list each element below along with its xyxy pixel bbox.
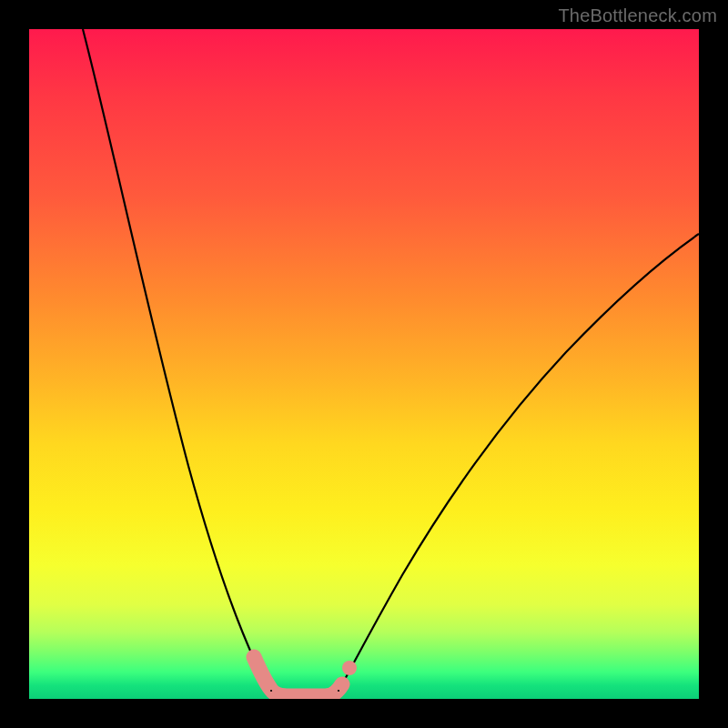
valley-right-stroke [328,684,342,696]
left-curve-end [270,690,272,692]
valley-right-dot [342,661,357,675]
right-curve-start [338,690,339,692]
chart-frame: TheBottleneck.com [0,0,728,728]
watermark-text: TheBottleneck.com [558,5,717,26]
chart-curves [29,29,699,699]
right-curve [339,234,699,691]
plot-area [29,29,699,699]
left-curve [83,29,271,691]
